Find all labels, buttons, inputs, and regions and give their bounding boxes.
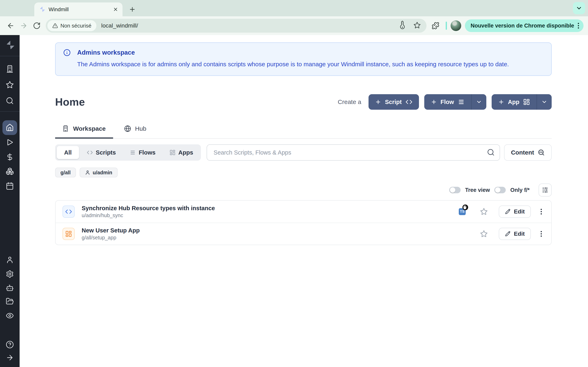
script-kind-icon <box>62 206 75 218</box>
plus-icon <box>498 99 504 105</box>
url-text[interactable]: local_windmill/ <box>101 22 138 29</box>
user-icon <box>85 170 90 175</box>
tab-search-button[interactable] <box>573 2 585 14</box>
sidebar-item-users[interactable] <box>6 256 14 264</box>
item-menu-kebab[interactable] <box>538 229 544 238</box>
sidebar-item-resources[interactable] <box>6 167 14 175</box>
sidebar-divider <box>0 56 20 56</box>
windmill-logo-icon[interactable] <box>4 40 15 50</box>
chevron-down-icon <box>541 99 547 105</box>
bookmark-star-icon[interactable] <box>414 22 422 30</box>
create-flow-dropdown[interactable] <box>471 94 486 110</box>
gear-icon <box>6 270 14 278</box>
edit-button[interactable]: Edit <box>499 228 531 240</box>
address-bar[interactable]: Non sécurisé local_windmill/ <box>46 19 426 33</box>
content-tabs: Workspace Hub <box>55 125 552 139</box>
extensions-puzzle-icon[interactable] <box>429 19 442 32</box>
only-f-label: Only f/* <box>510 187 530 193</box>
profile-avatar[interactable] <box>450 20 461 31</box>
content-button[interactable]: Content <box>504 144 552 161</box>
item-menu-kebab[interactable] <box>538 207 544 216</box>
admins-workspace-banner: Admins workspace The Admins workspace is… <box>55 42 552 76</box>
tab-hub[interactable]: Hub <box>117 125 154 139</box>
create-app-label: App <box>508 99 519 105</box>
window-body: Admins workspace The Admins workspace is… <box>0 35 588 367</box>
create-a-label: Create a <box>338 99 361 105</box>
view-options-row: Tree view Only f/* <box>55 184 552 197</box>
sidebar-item-search[interactable] <box>6 97 14 105</box>
browser-tab-windmill[interactable]: Windmill <box>34 2 122 16</box>
plus-icon <box>431 99 437 105</box>
pencil-icon <box>505 209 511 215</box>
tree-view-toggle[interactable] <box>449 187 461 193</box>
filter-all[interactable]: All <box>57 146 79 159</box>
favorite-star-icon[interactable] <box>480 230 488 238</box>
sidebar-divider <box>0 111 20 112</box>
chrome-menu-kebab-icon[interactable] <box>578 23 579 29</box>
security-label: Non sécurisé <box>61 23 91 29</box>
filter-scripts[interactable]: Scripts <box>81 146 122 159</box>
chrome-update-button[interactable]: Nouvelle version de Chrome disponible <box>465 19 584 32</box>
edit-button-label: Edit <box>514 208 525 215</box>
owner-chip-user[interactable]: u/admin <box>80 167 118 177</box>
sidebar-item-schedules[interactable] <box>6 182 14 190</box>
code-icon <box>406 99 412 105</box>
info-icon <box>63 49 71 56</box>
security-chip[interactable]: Non sécurisé <box>47 20 96 31</box>
edit-button[interactable]: Edit <box>499 206 531 218</box>
tab-close-icon[interactable] <box>112 6 119 13</box>
create-script-label: Script <box>385 99 402 105</box>
reload-button[interactable] <box>30 19 43 32</box>
back-button[interactable] <box>4 19 17 32</box>
chevron-down-icon <box>476 99 482 105</box>
create-script-button[interactable]: Script <box>369 94 419 110</box>
search-box <box>207 144 500 161</box>
sidebar-item-folders[interactable] <box>6 297 14 305</box>
sidebar-item-help[interactable] <box>6 341 14 349</box>
sidebar-item-runs[interactable] <box>6 138 14 146</box>
building-icon <box>6 65 14 73</box>
sidebar-item-variables[interactable] <box>6 153 14 161</box>
owner-filter-row: g/all u/admin <box>55 167 552 177</box>
code-icon <box>87 150 93 156</box>
forward-button[interactable] <box>17 19 30 32</box>
item-path: g/all/setup_app <box>82 235 140 241</box>
sidebar-item-audit-logs[interactable] <box>6 312 14 320</box>
help-circle-icon <box>6 341 14 349</box>
search-input[interactable] <box>207 144 500 161</box>
filter-flows[interactable]: Flows <box>123 146 162 159</box>
password-key-icon[interactable] <box>399 22 407 30</box>
create-app-button[interactable]: App <box>492 94 536 110</box>
items-list: Synchronize Hub Resource types with inst… <box>55 200 552 245</box>
globe-icon <box>124 125 131 132</box>
layout-grid-icon <box>169 150 176 156</box>
filter-row: All Scripts Flows Apps <box>55 144 552 161</box>
owner-chip-group[interactable]: g/all <box>55 167 76 177</box>
browser-toolbar: Non sécurisé local_windmill/ Nouvelle ve… <box>0 16 588 35</box>
sidebar-expand-button[interactable] <box>6 354 14 362</box>
star-icon <box>6 81 14 89</box>
main-content: Admins workspace The Admins workspace is… <box>20 35 588 367</box>
tab-workspace[interactable]: Workspace <box>55 125 113 139</box>
list-item-app[interactable]: New User Setup App g/all/setup_app Edit <box>56 223 551 245</box>
filter-apps[interactable]: Apps <box>163 146 199 159</box>
tree-view-label: Tree view <box>465 187 490 193</box>
windmill-favicon-icon <box>39 6 45 13</box>
list-item-script[interactable]: Synchronize Hub Resource types with inst… <box>56 201 551 223</box>
only-f-toggle[interactable] <box>494 187 506 193</box>
create-app-dropdown[interactable] <box>536 94 552 110</box>
item-actions: Edit <box>459 228 544 240</box>
new-tab-button[interactable] <box>127 4 138 15</box>
create-flow-button[interactable]: Flow <box>424 94 471 110</box>
home-icon <box>6 124 14 132</box>
sidebar-item-workers[interactable] <box>6 284 14 292</box>
item-text: Synchronize Hub Resource types with inst… <box>82 205 215 218</box>
item-actions: TS Edit <box>459 206 544 218</box>
sidebar-item-settings[interactable] <box>6 270 14 278</box>
display-options-button[interactable] <box>539 184 552 197</box>
favorite-star-icon[interactable] <box>480 208 488 216</box>
sidebar-item-workspace[interactable] <box>6 65 14 73</box>
sidebar-item-home[interactable] <box>2 120 17 135</box>
sidebar-item-favorites[interactable] <box>6 81 14 89</box>
kind-filter: All Scripts Flows Apps <box>55 144 201 161</box>
